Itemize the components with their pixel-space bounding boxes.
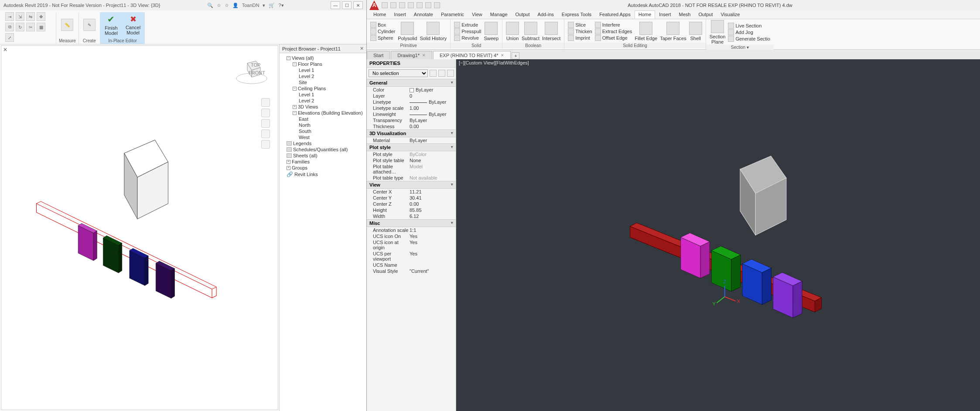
subtract-button[interactable]: Subtract xyxy=(522,22,540,41)
autocad-logo[interactable]: A xyxy=(369,0,379,10)
property-row[interactable]: Plot table typeNot available xyxy=(367,175,456,181)
ribbon-tab[interactable]: Insert xyxy=(390,10,410,19)
property-row[interactable]: MaterialByLayer xyxy=(367,137,456,143)
polysolid-button[interactable]: Polysolid xyxy=(398,22,417,41)
viewport-label[interactable]: [−][Custom View][FlatWithEdges] xyxy=(459,60,529,65)
presspull-button[interactable]: Presspull xyxy=(454,28,481,34)
measure-button[interactable]: 📏 xyxy=(59,18,75,32)
property-row[interactable]: Center X11.21 xyxy=(367,189,456,195)
chevron-down-icon[interactable]: ▾ xyxy=(263,3,265,8)
collapse-icon[interactable]: − xyxy=(287,56,290,60)
property-category[interactable]: Misc▾ xyxy=(367,219,456,227)
ribbon-tab[interactable]: Mesh xyxy=(675,10,695,19)
quickselect-icon[interactable] xyxy=(430,70,437,77)
ribbon-tab[interactable]: Output xyxy=(694,10,717,19)
offsetedge-button[interactable]: Offset Edge xyxy=(595,35,632,41)
close-icon[interactable]: ✕ xyxy=(422,53,426,58)
collapse-icon[interactable]: − xyxy=(293,111,297,115)
redo-icon[interactable] xyxy=(434,2,440,8)
ribbon-tab[interactable]: Home xyxy=(635,10,655,19)
tree-item[interactable]: Site xyxy=(299,79,365,85)
offset-icon[interactable]: ⇲ xyxy=(16,12,24,21)
save-icon[interactable] xyxy=(399,2,405,8)
add-tab-button[interactable]: + xyxy=(512,52,519,59)
sphere-button[interactable]: Sphere xyxy=(370,35,395,41)
search-icon[interactable]: 🔍 xyxy=(207,3,213,8)
interfere-button[interactable]: Interfere xyxy=(595,22,632,28)
undo-icon[interactable] xyxy=(425,2,431,8)
box-button[interactable]: Box xyxy=(370,22,395,28)
move-icon[interactable]: ✥ xyxy=(37,12,45,21)
minimize-button[interactable]: — xyxy=(331,1,340,9)
ribbon-tab[interactable]: Output xyxy=(512,10,534,19)
union-button[interactable]: Union xyxy=(506,22,519,41)
livesection-button[interactable]: Live Section xyxy=(728,23,770,29)
tree-item[interactable]: West xyxy=(299,134,365,140)
array-icon[interactable]: ▦ xyxy=(37,23,45,31)
close-icon[interactable]: ✕ xyxy=(3,47,7,53)
cancel-model-button[interactable]: ✖Cancel Model xyxy=(124,14,142,36)
new-icon[interactable] xyxy=(382,2,388,8)
property-row[interactable]: LinetypeByLayer xyxy=(367,99,456,105)
close-icon[interactable]: ✕ xyxy=(501,53,504,58)
tree-item[interactable]: South xyxy=(299,128,365,134)
user-icon[interactable]: 👤 xyxy=(232,3,239,8)
expand-icon[interactable]: + xyxy=(287,166,290,170)
thicken-button[interactable]: Thicken xyxy=(568,28,592,34)
filletedge-button[interactable]: Fillet Edge xyxy=(635,22,657,41)
extrude-button[interactable]: Extrude xyxy=(454,22,481,28)
autocad-viewport[interactable]: [−][Custom View][FlatWithEdges] xyxy=(456,59,980,411)
property-row[interactable]: LineweightByLayer xyxy=(367,111,456,117)
ribbon-tab[interactable]: Parametric xyxy=(437,10,468,19)
intersect-button[interactable]: Intersect xyxy=(542,22,560,41)
addjog-button[interactable]: Add Jog xyxy=(728,29,770,35)
tree-item[interactable]: Level 1 xyxy=(299,92,365,98)
expand-icon[interactable]: + xyxy=(293,105,297,109)
filetab-active[interactable]: EXP (RHINO TO REVIT) 4*✕ xyxy=(433,51,511,59)
property-row[interactable]: ColorByLayer xyxy=(367,87,456,93)
revolve-button[interactable]: Revolve xyxy=(454,35,481,41)
ribbon-tab[interactable]: Add-ins xyxy=(534,10,558,19)
project-browser-tree[interactable]: −Views (all) −Floor Plans Level 1Level 2… xyxy=(280,53,366,411)
collapse-icon[interactable]: − xyxy=(293,62,297,66)
shell-button[interactable]: Shell xyxy=(689,22,702,41)
extractedges-button[interactable]: Extract Edges xyxy=(595,28,632,34)
star-icon[interactable]: ☆ xyxy=(217,3,221,8)
filetab-start[interactable]: Start xyxy=(367,51,390,59)
tree-item[interactable]: Level 1 xyxy=(299,67,365,73)
expand-icon[interactable]: + xyxy=(287,160,290,164)
property-row[interactable]: UCS icon at originYes xyxy=(367,239,456,251)
ribbon-tab[interactable]: Home xyxy=(369,10,390,19)
plot-icon[interactable] xyxy=(417,2,423,8)
property-row[interactable]: Plot styleByColor xyxy=(367,151,456,157)
imprint-button[interactable]: Imprint xyxy=(568,35,592,41)
selection-dropdown[interactable]: No selection xyxy=(369,69,428,77)
tree-item[interactable]: North xyxy=(299,122,365,128)
property-row[interactable]: Plot style tableNone xyxy=(367,157,456,163)
ribbon-tab[interactable]: View xyxy=(468,10,486,19)
property-row[interactable]: Height85.85 xyxy=(367,207,456,213)
property-row[interactable]: Thickness0.00 xyxy=(367,123,456,129)
ribbon-tab[interactable]: Featured Apps xyxy=(595,10,635,19)
solidhistory-button[interactable]: Solid History xyxy=(420,22,447,41)
rotate-icon[interactable]: ↻ xyxy=(16,23,24,31)
star-icon[interactable]: ☆ xyxy=(225,3,229,8)
property-row[interactable]: Center Y30.41 xyxy=(367,195,456,201)
cart-icon[interactable]: 🛒 xyxy=(269,3,275,8)
property-row[interactable]: Linetype scale1.00 xyxy=(367,105,456,111)
property-row[interactable]: Layer0 xyxy=(367,93,456,99)
collapse-icon[interactable]: − xyxy=(293,87,297,91)
close-button[interactable]: ✕ xyxy=(353,1,363,9)
property-row[interactable]: Annotation scale1:1 xyxy=(367,227,456,233)
sweep-button[interactable]: Sweep xyxy=(484,22,499,41)
property-row[interactable]: Visual Style"Current" xyxy=(367,268,456,274)
sectionplane-button[interactable]: Section Plane xyxy=(710,20,726,44)
viewcube[interactable]: FRONTTOP xyxy=(234,54,269,85)
tree-item[interactable]: East xyxy=(299,116,365,122)
cylinder-button[interactable]: Cylinder xyxy=(370,28,395,34)
ribbon-tab[interactable]: Visualize xyxy=(717,10,744,19)
saveas-icon[interactable] xyxy=(408,2,414,8)
copy-icon[interactable]: ⧉ xyxy=(5,23,14,31)
tree-item[interactable]: Level 2 xyxy=(299,98,365,104)
trim-icon[interactable]: ✂ xyxy=(26,23,35,31)
